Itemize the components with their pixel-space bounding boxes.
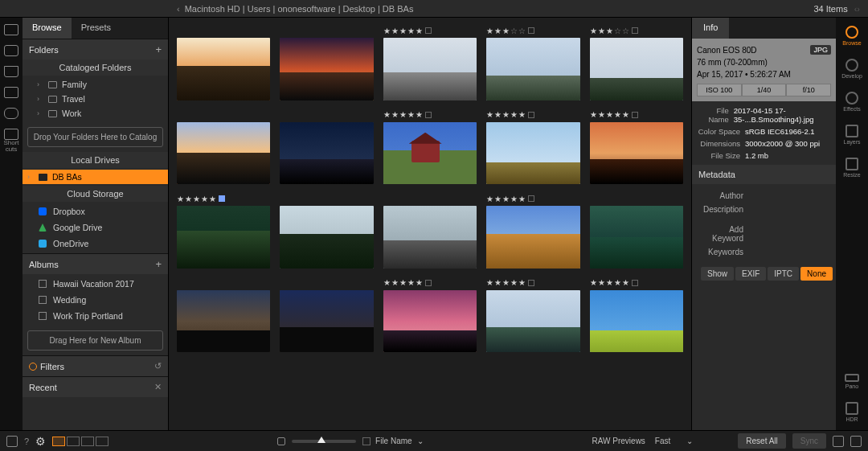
star-icon[interactable]: ★ xyxy=(590,278,597,287)
star-icon[interactable]: ★ xyxy=(177,195,184,203)
star-icon[interactable]: ☆ xyxy=(518,27,526,35)
star-icon[interactable]: ★ xyxy=(416,27,423,35)
star-icon[interactable]: ★ xyxy=(590,110,597,119)
thumbnail-image[interactable] xyxy=(383,290,477,353)
color-label-box[interactable] xyxy=(425,112,432,118)
star-icon[interactable]: ★ xyxy=(518,110,526,119)
cloud-item[interactable]: Dropbox xyxy=(23,203,168,219)
star-icon[interactable]: ★ xyxy=(383,278,391,287)
device-desktop-icon[interactable] xyxy=(4,24,18,35)
local-drive-selected[interactable]: › DB BAs xyxy=(23,170,168,184)
filters-header[interactable]: Filters ↺ xyxy=(23,355,168,376)
album-item[interactable]: Work Trip Portland xyxy=(23,308,168,324)
album-item[interactable]: Hawaii Vacation 2017 xyxy=(23,276,168,292)
help-icon[interactable]: ? xyxy=(24,437,29,446)
thumbnail-cell[interactable] xyxy=(177,278,270,353)
star-icon[interactable]: ★ xyxy=(407,110,415,119)
thumbnail-image[interactable] xyxy=(280,206,373,269)
star-icon[interactable]: ★ xyxy=(391,27,399,35)
star-icon[interactable]: ★ xyxy=(494,278,502,287)
thumbnail-cell[interactable] xyxy=(177,26,270,100)
thumbnail-image[interactable] xyxy=(486,122,579,185)
star-icon[interactable]: ★ xyxy=(399,278,407,287)
module-resize[interactable]: Resize xyxy=(843,158,860,178)
star-icon[interactable]: ★ xyxy=(510,278,518,287)
thumbnail-image[interactable] xyxy=(590,38,683,100)
star-icon[interactable]: ★ xyxy=(494,27,502,35)
star-icon[interactable]: ☆ xyxy=(614,27,621,35)
module-browse[interactable]: Browse xyxy=(842,26,861,46)
thumbnail-cell[interactable] xyxy=(280,110,373,185)
star-icon[interactable]: ★ xyxy=(510,110,518,119)
thumbnail-image[interactable] xyxy=(590,290,683,353)
thumbnail-image[interactable] xyxy=(383,38,477,100)
module-effects[interactable]: Effects xyxy=(843,92,860,112)
view-compare-icon[interactable] xyxy=(81,437,94,446)
thumbnail-cell[interactable]: ★★★★★ xyxy=(486,194,579,269)
color-label-box[interactable] xyxy=(632,112,638,118)
thumbnail-image[interactable] xyxy=(280,38,373,100)
thumbnail-cell[interactable] xyxy=(383,194,477,269)
thumbnail-cell[interactable] xyxy=(280,194,373,269)
star-icon[interactable]: ★ xyxy=(383,27,391,35)
thumbnail-cell[interactable]: ★★★★★ xyxy=(486,278,579,353)
thumbnail-image[interactable] xyxy=(177,290,270,353)
add-album-icon[interactable]: + xyxy=(155,258,162,270)
star-icon[interactable]: ★ xyxy=(201,195,208,203)
folder-item[interactable]: ›Travel xyxy=(23,92,168,106)
panel-left-icon[interactable] xyxy=(833,436,844,447)
thumbnail-size-slider[interactable] xyxy=(292,440,356,443)
recent-header[interactable]: Recent ✕ xyxy=(23,376,168,397)
star-icon[interactable]: ★ xyxy=(606,27,613,35)
star-icon[interactable]: ★ xyxy=(622,278,629,287)
drive-icon[interactable] xyxy=(4,87,18,98)
star-icon[interactable]: ★ xyxy=(590,27,597,35)
star-icon[interactable]: ★ xyxy=(399,110,407,119)
star-icon[interactable]: ★ xyxy=(486,195,493,203)
thumbnail-cell[interactable]: ★★★☆☆ xyxy=(590,26,683,100)
star-icon[interactable]: ★ xyxy=(486,278,493,287)
star-icon[interactable]: ★ xyxy=(391,278,399,287)
star-icon[interactable]: ★ xyxy=(416,110,423,119)
folders-header[interactable]: Folders + xyxy=(23,39,168,59)
cloud-icon[interactable] xyxy=(4,108,18,119)
star-icon[interactable]: ★ xyxy=(598,27,605,35)
thumbnail-cell[interactable]: ★★★★★ xyxy=(383,26,477,100)
albums-header[interactable]: Albums + xyxy=(23,253,168,274)
star-icon[interactable]: ★ xyxy=(486,110,493,119)
thumbnail-cell[interactable]: ★★★★★ xyxy=(590,278,683,353)
close-icon[interactable]: ✕ xyxy=(154,382,162,392)
star-icon[interactable]: ★ xyxy=(502,27,510,35)
thumbnail-cell[interactable]: ★★★★★ xyxy=(383,110,477,185)
thumbnail-cell[interactable]: ★★★★★ xyxy=(383,278,477,353)
raw-previews-selector[interactable]: RAW Previews Fast ⌄ xyxy=(592,437,694,445)
star-icon[interactable]: ★ xyxy=(510,195,518,203)
star-icon[interactable]: ★ xyxy=(502,195,510,203)
add-folder-icon[interactable]: + xyxy=(155,43,162,55)
color-label-box[interactable] xyxy=(219,195,225,202)
thumbnail-image[interactable] xyxy=(177,122,270,185)
module-pano[interactable]: Pano xyxy=(845,374,859,389)
star-icon[interactable]: ★ xyxy=(407,278,415,287)
thumbnail-image[interactable] xyxy=(280,122,373,185)
thumbnail-image[interactable] xyxy=(383,122,477,185)
camera-icon[interactable] xyxy=(4,45,18,56)
folder-item[interactable]: ›Work xyxy=(23,106,168,121)
color-label-box[interactable] xyxy=(425,27,432,34)
star-icon[interactable]: ★ xyxy=(383,110,391,119)
thumbnail-image[interactable] xyxy=(590,122,683,185)
tab-browse[interactable]: Browse xyxy=(23,18,72,39)
thumbnail-cell[interactable]: ★★★☆☆ xyxy=(486,26,579,100)
star-icon[interactable]: ★ xyxy=(407,27,415,35)
star-icon[interactable]: ★ xyxy=(518,195,526,203)
tab-info[interactable]: Info xyxy=(692,18,729,39)
color-label-box[interactable] xyxy=(425,280,432,286)
thumbnail-image[interactable] xyxy=(590,206,683,269)
thumbnail-image[interactable] xyxy=(280,290,373,353)
reset-icon[interactable]: ↺ xyxy=(154,361,162,371)
folder-item[interactable]: ›Family xyxy=(23,77,168,92)
star-icon[interactable]: ★ xyxy=(598,110,605,119)
metadata-none-button[interactable]: None xyxy=(800,267,833,281)
thumbnail-cell[interactable]: ★★★★★ xyxy=(486,110,579,185)
module-layers[interactable]: Layers xyxy=(843,125,860,145)
